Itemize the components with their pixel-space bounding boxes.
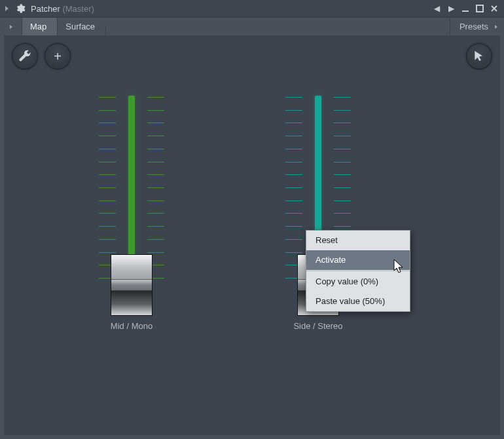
nav-next-icon[interactable]: ▶ [445, 3, 457, 14]
menu-separator [306, 271, 410, 271]
maximize-button[interactable] [474, 3, 486, 14]
pointer-mode-button[interactable] [466, 43, 492, 69]
svg-rect-0 [462, 10, 469, 12]
title-bar: Patcher (Master) ◀ ▶ [0, 0, 504, 17]
slider-scale [92, 93, 171, 282]
menu-triangle-icon[interactable] [5, 6, 9, 11]
slider-label: Side / Stereo [259, 321, 377, 331]
tab-surface-label: Surface [65, 22, 95, 31]
menu-item-reset[interactable]: Reset [306, 231, 410, 250]
menu-item-label: Paste value (50%) [315, 296, 385, 306]
close-button[interactable] [488, 3, 500, 14]
gear-icon[interactable] [15, 3, 26, 14]
workspace: + Mid / Mono Side / Stereo Reset Activat… [0, 35, 504, 439]
menu-item-label: Activate [315, 255, 346, 265]
menu-item-copy-value[interactable]: Copy value (0%) [306, 272, 410, 292]
menu-item-activate[interactable]: Activate [306, 250, 410, 270]
tab-strip: Map Surface Presets [0, 17, 504, 35]
presets-button[interactable]: Presets [450, 18, 504, 35]
menu-item-label: Reset [315, 235, 338, 245]
context-menu: Reset Activate Copy value (0%) Paste val… [306, 230, 410, 312]
tab-surface[interactable]: Surface [58, 18, 106, 35]
window-title: Patcher (Master) [31, 4, 94, 14]
add-button[interactable]: + [45, 43, 71, 69]
chevron-right-icon [495, 25, 497, 29]
nav-prev-icon[interactable]: ◀ [431, 3, 442, 14]
slider-label: Mid / Mono [73, 321, 190, 331]
menu-item-paste-value[interactable]: Paste value (50%) [306, 292, 410, 311]
app-name: Patcher [31, 4, 60, 14]
tabstrip-menu-icon[interactable] [0, 18, 22, 35]
menu-item-label: Copy value (0%) [315, 277, 378, 286]
slider-mid-mono: Mid / Mono [73, 93, 190, 331]
wrench-button[interactable] [12, 43, 38, 69]
app-context: (Master) [62, 4, 94, 14]
slider-knob[interactable] [111, 254, 153, 316]
svg-rect-1 [477, 5, 483, 12]
tab-map[interactable]: Map [22, 18, 58, 35]
tab-map-label: Map [30, 22, 46, 31]
plus-icon: + [54, 49, 62, 64]
minimize-button[interactable] [459, 3, 471, 14]
presets-label: Presets [459, 22, 488, 31]
